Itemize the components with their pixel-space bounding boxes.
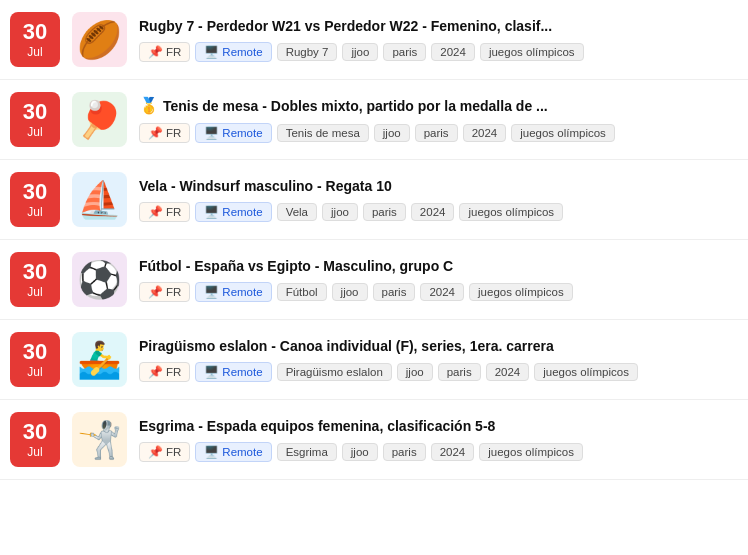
tag-item[interactable]: 2024 xyxy=(431,43,475,61)
event-item[interactable]: 30Jul⚽Fútbol - España vs Egipto - Mascul… xyxy=(0,240,748,320)
date-badge: 30Jul xyxy=(10,332,60,387)
title-emoji: 🥇 xyxy=(139,97,159,114)
tag-item[interactable]: paris xyxy=(363,203,406,221)
tag-remote[interactable]: 🖥️Remote xyxy=(195,442,271,462)
event-title: Vela - Windsurf masculino - Regata 10 xyxy=(139,177,738,195)
tag-remote[interactable]: 🖥️Remote xyxy=(195,123,271,143)
fr-label: FR xyxy=(166,127,181,139)
tag-remote[interactable]: 🖥️Remote xyxy=(195,42,271,62)
event-item[interactable]: 30Jul🏓🥇 Tenis de mesa - Dobles mixto, pa… xyxy=(0,80,748,160)
tag-item[interactable]: Piragüismo eslalon xyxy=(277,363,392,381)
tag-item[interactable]: 2024 xyxy=(411,203,455,221)
pin-icon: 📌 xyxy=(148,45,163,59)
remote-icon: 🖥️ xyxy=(204,285,219,299)
month: Jul xyxy=(27,285,42,299)
tag-item[interactable]: paris xyxy=(383,43,426,61)
event-title: Rugby 7 - Perdedor W21 vs Perdedor W22 -… xyxy=(139,17,738,35)
date-badge: 30Jul xyxy=(10,92,60,147)
tag-fr[interactable]: 📌FR xyxy=(139,202,190,222)
tag-item[interactable]: jjoo xyxy=(322,203,358,221)
event-info: Piragüismo eslalon - Canoa individual (F… xyxy=(139,337,738,381)
event-sport-icon: 🏓 xyxy=(72,92,127,147)
event-item[interactable]: 30Jul🚣‍♂️Piragüismo eslalon - Canoa indi… xyxy=(0,320,748,400)
event-item[interactable]: 30Jul🤺Esgrima - Espada equipos femenina,… xyxy=(0,400,748,480)
event-info: Rugby 7 - Perdedor W21 vs Perdedor W22 -… xyxy=(139,17,738,61)
tag-fr[interactable]: 📌FR xyxy=(139,442,190,462)
month: Jul xyxy=(27,45,42,59)
tag-item[interactable]: 2024 xyxy=(463,124,507,142)
remote-icon: 🖥️ xyxy=(204,126,219,140)
event-info: Esgrima - Espada equipos femenina, clasi… xyxy=(139,417,738,461)
tag-item[interactable]: juegos olímpicos xyxy=(480,43,584,61)
events-list: 30Jul🏉Rugby 7 - Perdedor W21 vs Perdedor… xyxy=(0,0,748,480)
tag-item[interactable]: jjoo xyxy=(374,124,410,142)
day: 30 xyxy=(23,100,47,124)
tag-item[interactable]: Vela xyxy=(277,203,317,221)
remote-label: Remote xyxy=(222,446,262,458)
event-title: Fútbol - España vs Egipto - Masculino, g… xyxy=(139,257,738,275)
day: 30 xyxy=(23,20,47,44)
pin-icon: 📌 xyxy=(148,205,163,219)
tag-item[interactable]: Tenis de mesa xyxy=(277,124,369,142)
remote-icon: 🖥️ xyxy=(204,365,219,379)
tag-item[interactable]: jjoo xyxy=(332,283,368,301)
tag-remote[interactable]: 🖥️Remote xyxy=(195,362,271,382)
event-tags: 📌FR🖥️RemoteTenis de mesajjooparis2024jue… xyxy=(139,123,738,143)
tag-item[interactable]: jjoo xyxy=(397,363,433,381)
pin-icon: 📌 xyxy=(148,445,163,459)
tag-item[interactable]: 2024 xyxy=(420,283,464,301)
event-sport-icon: ⚽ xyxy=(72,252,127,307)
month: Jul xyxy=(27,365,42,379)
tag-item[interactable]: Fútbol xyxy=(277,283,327,301)
remote-label: Remote xyxy=(222,46,262,58)
day: 30 xyxy=(23,340,47,364)
date-badge: 30Jul xyxy=(10,12,60,67)
event-info: Fútbol - España vs Egipto - Masculino, g… xyxy=(139,257,738,301)
month: Jul xyxy=(27,205,42,219)
event-title: Esgrima - Espada equipos femenina, clasi… xyxy=(139,417,738,435)
tag-fr[interactable]: 📌FR xyxy=(139,123,190,143)
event-info: 🥇 Tenis de mesa - Dobles mixto, partido … xyxy=(139,96,738,143)
tag-item[interactable]: juegos olímpicos xyxy=(534,363,638,381)
event-tags: 📌FR🖥️RemoteEsgrimajjooparis2024juegos ol… xyxy=(139,442,738,462)
tag-item[interactable]: paris xyxy=(438,363,481,381)
tag-item[interactable]: juegos olímpicos xyxy=(469,283,573,301)
date-badge: 30Jul xyxy=(10,172,60,227)
tag-item[interactable]: juegos olímpicos xyxy=(459,203,563,221)
remote-label: Remote xyxy=(222,127,262,139)
remote-label: Remote xyxy=(222,206,262,218)
tag-item[interactable]: jjoo xyxy=(342,43,378,61)
remote-icon: 🖥️ xyxy=(204,445,219,459)
event-title: Piragüismo eslalon - Canoa individual (F… xyxy=(139,337,738,355)
tag-item[interactable]: paris xyxy=(383,443,426,461)
tag-remote[interactable]: 🖥️Remote xyxy=(195,282,271,302)
pin-icon: 📌 xyxy=(148,126,163,140)
tag-item[interactable]: juegos olímpicos xyxy=(511,124,615,142)
tag-item[interactable]: jjoo xyxy=(342,443,378,461)
remote-icon: 🖥️ xyxy=(204,205,219,219)
fr-label: FR xyxy=(166,446,181,458)
date-badge: 30Jul xyxy=(10,252,60,307)
tag-fr[interactable]: 📌FR xyxy=(139,282,190,302)
tag-item[interactable]: Rugby 7 xyxy=(277,43,338,61)
tag-item[interactable]: Esgrima xyxy=(277,443,337,461)
tag-item[interactable]: paris xyxy=(415,124,458,142)
tag-item[interactable]: juegos olímpicos xyxy=(479,443,583,461)
month: Jul xyxy=(27,125,42,139)
day: 30 xyxy=(23,420,47,444)
tag-remote[interactable]: 🖥️Remote xyxy=(195,202,271,222)
tag-fr[interactable]: 📌FR xyxy=(139,42,190,62)
event-item[interactable]: 30Jul⛵Vela - Windsurf masculino - Regata… xyxy=(0,160,748,240)
tag-fr[interactable]: 📌FR xyxy=(139,362,190,382)
event-sport-icon: ⛵ xyxy=(72,172,127,227)
event-item[interactable]: 30Jul🏉Rugby 7 - Perdedor W21 vs Perdedor… xyxy=(0,0,748,80)
event-tags: 📌FR🖥️RemoteFútboljjooparis2024juegos olí… xyxy=(139,282,738,302)
remote-icon: 🖥️ xyxy=(204,45,219,59)
month: Jul xyxy=(27,445,42,459)
event-sport-icon: 🚣‍♂️ xyxy=(72,332,127,387)
day: 30 xyxy=(23,260,47,284)
tag-item[interactable]: paris xyxy=(373,283,416,301)
tag-item[interactable]: 2024 xyxy=(431,443,475,461)
fr-label: FR xyxy=(166,366,181,378)
tag-item[interactable]: 2024 xyxy=(486,363,530,381)
